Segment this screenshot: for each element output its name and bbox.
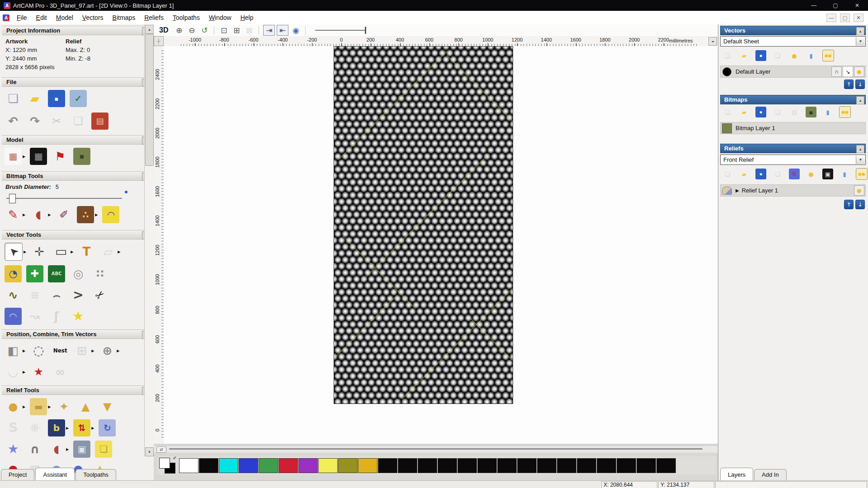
select-vectors-icon-flyout[interactable]: ▶	[24, 250, 26, 254]
palette-swatch-12[interactable]	[418, 458, 437, 473]
palette-swatch-14[interactable]	[458, 458, 477, 473]
zoom-in-icon[interactable]: ⊕	[174, 25, 184, 35]
shape-editor-icon-flyout[interactable]: ▶	[48, 405, 51, 409]
scroll-left-right-button[interactable]: ⇄	[156, 446, 166, 453]
relief-layer-expander[interactable]: ▶	[736, 188, 739, 193]
align-vectors-icon[interactable]: ◧	[5, 342, 22, 359]
new-bitmap-layer-icon[interactable]: ❏	[722, 107, 733, 117]
load-replace-relief-icon[interactable]: ↻	[99, 419, 116, 436]
switch-to-3d-button[interactable]: 3D	[159, 26, 168, 34]
measure-tool-icon[interactable]: ◔	[5, 265, 22, 282]
scroll-up-button[interactable]: ▲	[145, 25, 154, 34]
palette-swatch-7[interactable]	[318, 458, 338, 473]
group-vectors-icon-flyout[interactable]: ▶	[91, 349, 94, 353]
weld-vectors-icon[interactable]: ⊕	[99, 342, 116, 359]
vector-texture-flow-icon[interactable]: ★	[30, 363, 47, 380]
scroll-thumb[interactable]	[145, 34, 154, 166]
zoom-slider[interactable]	[315, 25, 374, 35]
envelope-distortion-icon[interactable]: ▱	[99, 243, 117, 260]
canvas-h-scroll-thumb[interactable]	[169, 448, 703, 450]
palette-swatch-24[interactable]	[656, 458, 676, 473]
smooth-relief-icon[interactable]: S	[5, 419, 22, 436]
palette-swatch-2[interactable]	[219, 458, 238, 473]
adjust-model-icon[interactable]: ▦	[30, 148, 47, 165]
open-vector-layer-icon[interactable]: ▰	[739, 50, 750, 61]
interrogate-view-icon[interactable]: ◉	[290, 25, 301, 35]
relief-clipart-library-icon-flyout[interactable]: ▶	[66, 426, 69, 430]
menu-reliefs[interactable]: Reliefs	[140, 12, 168, 23]
paint-brush-icon[interactable]: ✎	[5, 206, 22, 223]
palette-swatch-16[interactable]	[497, 458, 517, 473]
scroll-down-button[interactable]: ▼	[145, 447, 154, 456]
pan-origin-button[interactable]: ┼	[154, 36, 164, 46]
shape-editor-icon[interactable]: ▬	[30, 398, 47, 415]
toggle-layers-panel-icon[interactable]: ⇤	[277, 25, 288, 36]
relief-selector[interactable]: Front Relief ▼	[720, 155, 866, 165]
transform-vectors-icon[interactable]: ✛	[31, 243, 48, 260]
tab-layers[interactable]: Layers	[720, 468, 753, 480]
flood-fill-icon[interactable]: ◖	[30, 206, 47, 223]
select-vectors-icon[interactable]: ➤	[5, 243, 23, 261]
relief-move-up-button[interactable]: ↑	[844, 200, 854, 209]
transfer-relief-layer-icon[interactable]: ⇅	[789, 169, 800, 179]
group-vectors-icon[interactable]: ⊞	[73, 342, 90, 359]
new-relief-layer-icon[interactable]: ❏	[722, 169, 733, 179]
snap-layer-icon[interactable]: ↘	[843, 66, 853, 77]
slice-relief-icon-flyout[interactable]: ▶	[66, 447, 69, 451]
clamp-relief-icon[interactable]: ∩	[26, 441, 43, 458]
palette-swatch-9[interactable]	[358, 458, 377, 473]
tab-project[interactable]: Project	[1, 469, 34, 480]
palette-swatch-1[interactable]	[199, 458, 218, 473]
palette-swatch-0[interactable]	[179, 458, 198, 473]
palette-swatch-21[interactable]	[597, 458, 616, 473]
toggle-assistant-panel-icon[interactable]: ⇥	[263, 25, 275, 36]
relief-clipart-library-icon[interactable]: b	[48, 419, 65, 436]
palette-swatch-10[interactable]	[378, 458, 397, 473]
sculpting-icon-flyout[interactable]: ▶	[23, 405, 25, 409]
close-button[interactable]: ✕	[846, 0, 868, 11]
colour-palette-icon-flyout[interactable]: ▶	[95, 213, 98, 217]
zoom-previous-icon[interactable]: ↺	[199, 25, 210, 35]
canvas-h-scrollbar[interactable]: ⇄	[154, 445, 718, 453]
zoom-drawing-icon[interactable]: ⊞	[231, 25, 242, 35]
offset-relief-icon-flyout[interactable]: ▶	[91, 426, 94, 430]
cut-icon[interactable]: ✂	[48, 113, 65, 130]
palette-swatch-6[interactable]	[298, 458, 318, 473]
palette-swatch-11[interactable]	[398, 458, 417, 473]
current-colors[interactable]: ✐	[159, 458, 175, 473]
primary-color-swatch[interactable]	[159, 458, 170, 469]
save-model-icon[interactable]: ▪	[48, 90, 65, 107]
create-rectangle-icon-flyout[interactable]: ▶	[71, 250, 73, 254]
menu-file[interactable]: File	[12, 12, 32, 23]
trim-vectors-icon[interactable]: ◡	[5, 363, 22, 380]
save-relief-layer-icon[interactable]: ▪	[755, 169, 766, 179]
delete-vector-layer-icon[interactable]: ▮	[806, 50, 816, 61]
merge-relief-low-icon[interactable]: ▼	[99, 398, 116, 415]
show-all-vector-layers-icon[interactable]: ●●	[822, 50, 834, 61]
gradient-layer-icon[interactable]: ▧	[789, 107, 800, 117]
palette-swatch-3[interactable]	[239, 458, 258, 473]
palette-swatch-4[interactable]	[259, 458, 278, 473]
copy-icon[interactable]: ❏	[70, 113, 87, 130]
palette-swatch-5[interactable]	[278, 458, 298, 473]
block-copy-rotate-icon[interactable]: ∷	[91, 265, 108, 282]
flood-fill-icon-flyout[interactable]: ▶	[48, 213, 51, 217]
move-layer-down-button[interactable]: ↓	[855, 80, 865, 89]
emboss-relief-icon[interactable]: ▣	[73, 441, 90, 458]
weave-wizard-icon[interactable]: ❋	[26, 419, 43, 436]
new-vector-layer-icon[interactable]: ❏	[722, 50, 733, 61]
zoom-selection-icon[interactable]: ⊠	[244, 25, 255, 35]
menu-toolpaths[interactable]: Toolpaths	[168, 12, 204, 23]
trim-vectors-icon-flyout[interactable]: ▶	[23, 370, 25, 374]
bitmap-to-vector-icon[interactable]: ◠	[102, 206, 119, 223]
palette-swatch-17[interactable]	[517, 458, 537, 473]
maximize-button[interactable]: ▢	[825, 0, 846, 11]
zoom-out-icon[interactable]: ⊖	[186, 25, 197, 35]
open-relief-layer-icon[interactable]: ▰	[739, 169, 750, 179]
reliefs-collapse-button[interactable]: ▲	[856, 145, 864, 153]
menu-edit[interactable]: Edit	[32, 12, 52, 23]
move-layer-up-button[interactable]: ↑	[844, 80, 854, 89]
set-model-size-icon[interactable]: ▦	[5, 148, 22, 165]
interlock-vectors-icon[interactable]: ∞	[52, 363, 69, 380]
palette-swatch-19[interactable]	[557, 458, 576, 473]
